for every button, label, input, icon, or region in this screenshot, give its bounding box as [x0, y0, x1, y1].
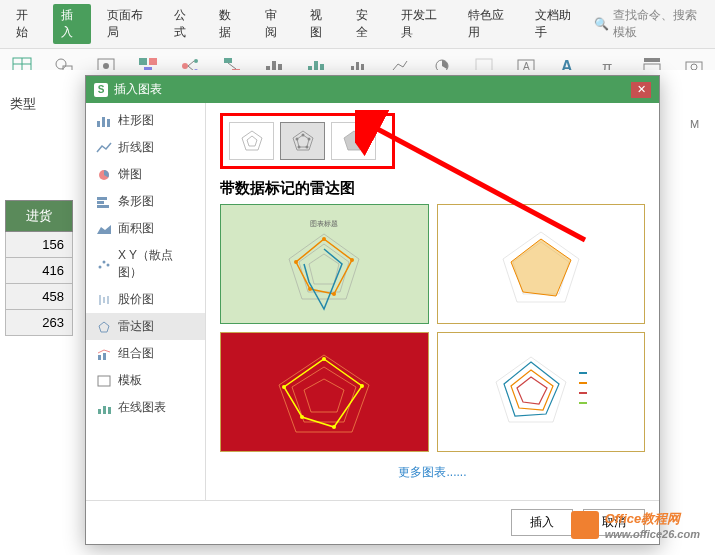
search-box[interactable]: 🔍 查找命令、搜索模板: [594, 7, 707, 41]
svg-marker-44: [97, 225, 111, 234]
svg-marker-67: [344, 131, 364, 150]
radar-subtypes: [220, 113, 395, 169]
chart-type-combo[interactable]: 组合图: [86, 340, 205, 367]
template-grid: 图表标题: [220, 204, 645, 452]
svg-rect-7: [139, 58, 147, 65]
svg-marker-58: [242, 131, 262, 150]
template-icon: [96, 374, 112, 388]
dialog-title-text: 插入图表: [114, 81, 162, 98]
col-m: M: [690, 118, 699, 130]
svg-point-87: [332, 425, 336, 429]
svg-point-11: [194, 59, 198, 63]
tab-review[interactable]: 审阅: [257, 4, 294, 44]
radar-subtype-2[interactable]: [280, 122, 325, 160]
svg-marker-61: [297, 135, 309, 147]
ribbon-tabs: 开始 插入 页面布局 公式 数据 审阅 视图 安全 开发工具 特色应用 文档助手…: [0, 0, 715, 49]
more-charts-link[interactable]: 更多图表......: [220, 464, 645, 481]
chart-type-pie[interactable]: 饼图: [86, 161, 205, 188]
watermark: Office教程网 www.office26.com: [571, 510, 700, 540]
svg-point-88: [300, 415, 304, 419]
chart-type-column[interactable]: 柱形图: [86, 107, 205, 134]
chart-type-online[interactable]: 在线图表: [86, 394, 205, 421]
insert-chart-dialog: S 插入图表 ✕ 柱形图 折线图 饼图 条形图 面积图 X Y（散点图） 股价图…: [85, 75, 660, 545]
chart-type-stock[interactable]: 股价图: [86, 286, 205, 313]
svg-rect-95: [579, 382, 587, 384]
data-cell[interactable]: 156: [5, 232, 73, 258]
svg-point-75: [332, 292, 336, 296]
svg-rect-42: [97, 201, 104, 204]
area-chart-icon: [96, 222, 112, 236]
svg-point-45: [99, 266, 102, 269]
svg-marker-84: [284, 359, 362, 427]
pie-chart-icon: [96, 168, 112, 182]
tab-layout[interactable]: 页面布局: [99, 4, 158, 44]
tab-formula[interactable]: 公式: [166, 4, 203, 44]
svg-rect-94: [579, 372, 587, 374]
svg-rect-54: [98, 376, 110, 386]
chart-type-scatter[interactable]: X Y（散点图）: [86, 242, 205, 286]
tab-data[interactable]: 数据: [211, 4, 248, 44]
data-cell[interactable]: 458: [5, 284, 73, 310]
svg-rect-55: [98, 409, 101, 414]
watermark-url: www.office26.com: [605, 528, 700, 540]
tab-security[interactable]: 安全: [348, 4, 385, 44]
template-3[interactable]: [220, 332, 429, 452]
svg-rect-39: [107, 119, 110, 127]
chart-type-bar[interactable]: 条形图: [86, 188, 205, 215]
svg-rect-53: [103, 353, 106, 360]
watermark-icon: [571, 511, 599, 539]
svg-marker-59: [247, 136, 257, 146]
svg-point-77: [294, 260, 298, 264]
svg-point-63: [307, 138, 310, 141]
svg-point-65: [297, 146, 300, 149]
chart-type-template[interactable]: 模板: [86, 367, 205, 394]
svg-rect-43: [97, 205, 109, 208]
svg-rect-15: [224, 58, 232, 63]
close-button[interactable]: ✕: [631, 82, 651, 98]
tab-insert[interactable]: 插入: [53, 4, 90, 44]
preview-title: 带数据标记的雷达图: [220, 179, 645, 198]
data-cell[interactable]: 263: [5, 310, 73, 336]
svg-point-3: [56, 59, 66, 69]
svg-rect-97: [579, 402, 587, 404]
chart-type-radar[interactable]: 雷达图: [86, 313, 205, 340]
search-placeholder: 查找命令、搜索模板: [613, 7, 707, 41]
data-column: 进货 156 416 458 263: [5, 200, 73, 336]
svg-marker-80: [511, 239, 571, 296]
tab-devtools[interactable]: 开发工具: [393, 4, 452, 44]
svg-marker-81: [279, 355, 369, 432]
svg-marker-83: [304, 379, 344, 412]
svg-point-85: [322, 357, 326, 361]
svg-rect-33: [644, 58, 660, 62]
tab-start[interactable]: 开始: [8, 4, 45, 44]
preview-area: 带数据标记的雷达图 图表标题 更多图表......: [206, 103, 659, 500]
app-icon: S: [94, 83, 108, 97]
svg-point-86: [360, 384, 364, 388]
svg-rect-52: [98, 355, 101, 360]
chart-type-line[interactable]: 折线图: [86, 134, 205, 161]
template-2[interactable]: [437, 204, 646, 324]
radar-subtype-3[interactable]: [331, 122, 376, 160]
svg-point-73: [322, 237, 326, 241]
tab-special[interactable]: 特色应用: [460, 4, 519, 44]
scatter-chart-icon: [96, 257, 112, 271]
chart-type-area[interactable]: 面积图: [86, 215, 205, 242]
radar-subtype-1[interactable]: [229, 122, 274, 160]
tab-view[interactable]: 视图: [302, 4, 339, 44]
stock-chart-icon: [96, 293, 112, 307]
svg-rect-96: [579, 392, 587, 394]
svg-marker-93: [517, 377, 547, 404]
data-header[interactable]: 进货: [5, 200, 73, 232]
svg-rect-56: [103, 406, 106, 414]
line-chart-icon: [96, 141, 112, 155]
svg-line-17: [228, 63, 236, 69]
svg-rect-38: [102, 117, 105, 127]
radar-chart-icon: [96, 320, 112, 334]
insert-button[interactable]: 插入: [511, 509, 573, 536]
watermark-title: Office教程网: [605, 510, 700, 528]
template-1[interactable]: 图表标题: [220, 204, 429, 324]
svg-point-64: [305, 146, 308, 149]
template-4[interactable]: [437, 332, 646, 452]
data-cell[interactable]: 416: [5, 258, 73, 284]
tab-dochelper[interactable]: 文档助手: [527, 4, 586, 44]
